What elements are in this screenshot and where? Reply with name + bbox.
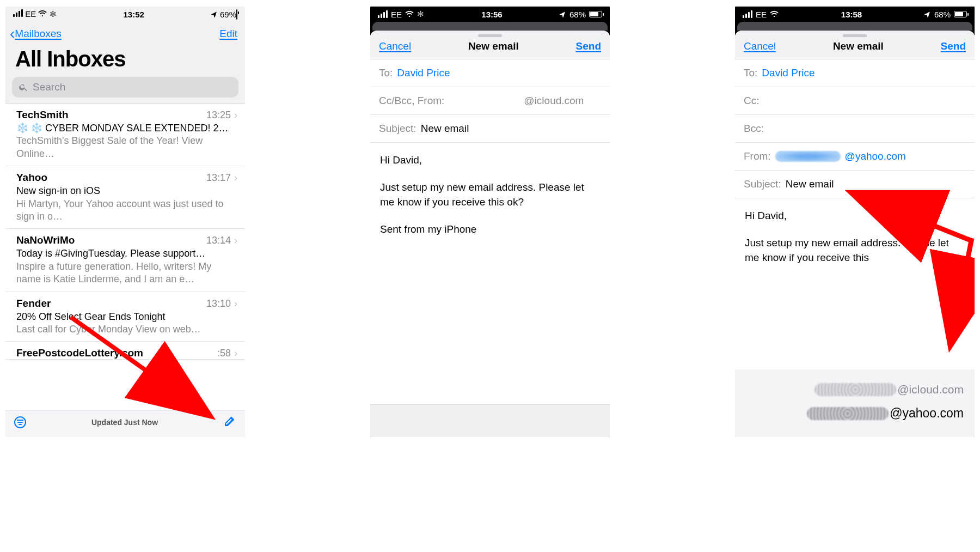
body-line: Sent from my iPhone xyxy=(380,222,600,237)
carrier-label: EE xyxy=(25,9,36,19)
email-time: 13:14 xyxy=(206,235,231,246)
to-value: David Price xyxy=(397,67,450,79)
redacted-from-user xyxy=(775,151,841,162)
from-domain: @icloud.com xyxy=(524,95,584,107)
ccbcc-label: Cc/Bcc, From: xyxy=(379,95,444,107)
from-option-yahoo[interactable]: @yahoo.com xyxy=(807,406,964,421)
email-sender: Fender xyxy=(16,298,51,310)
to-label: To: xyxy=(744,67,757,79)
option-domain: @yahoo.com xyxy=(890,406,964,421)
from-options-panel: @icloud.com @yahoo.com xyxy=(735,369,975,437)
email-subject: Today is #GivingTuesday. Please support… xyxy=(16,247,237,260)
email-subject: 20% Off Select Gear Ends Tonight xyxy=(16,311,237,323)
cancel-button[interactable]: Cancel xyxy=(744,40,776,52)
email-time: 13:25 xyxy=(206,110,231,121)
email-row[interactable]: Yahoo 13:17› New sign-in on iOS Hi Marty… xyxy=(5,166,245,229)
to-label: To: xyxy=(379,67,393,79)
subject-value: New email xyxy=(421,123,469,135)
subject-label: Subject: xyxy=(379,123,416,135)
filter-icon[interactable] xyxy=(14,416,26,428)
email-row[interactable]: TechSmith 13:25 › ❄️❄️ CYBER MONDAY SALE… xyxy=(5,104,245,166)
chevron-right-icon: › xyxy=(234,235,237,246)
sheet-backdrop xyxy=(372,22,608,31)
loading-spinner-icon: ✻ xyxy=(417,9,424,19)
redacted-from-user xyxy=(449,95,519,106)
email-preview: Last call for Cyber Monday View on web… xyxy=(16,323,237,336)
battery-label: 69% xyxy=(220,10,236,19)
email-time: 13:10 xyxy=(206,298,231,310)
subject-field[interactable]: Subject: New email xyxy=(735,171,975,198)
battery-label: 68% xyxy=(934,10,951,19)
navigation-arrow-icon xyxy=(560,10,566,19)
carrier-label: EE xyxy=(391,10,402,19)
screen-compose-expanded: EE 13:58 68% Cancel New email Send xyxy=(735,7,975,437)
cc-field[interactable]: Cc: xyxy=(735,87,975,115)
wifi-icon xyxy=(405,10,414,19)
email-sender: FreePostcodeLottery.com xyxy=(16,347,143,359)
email-sender: Yahoo xyxy=(16,172,47,184)
body-line: Hi David, xyxy=(380,153,600,168)
subject-value: New email xyxy=(786,178,834,190)
ccbcc-from-field[interactable]: Cc/Bcc, From: @icloud.com xyxy=(370,87,610,115)
compose-nav: Cancel New email Send xyxy=(370,38,610,59)
edit-button[interactable]: Edit xyxy=(219,28,237,40)
email-body[interactable]: Hi David, Just setup my new email addres… xyxy=(370,143,610,404)
compose-icon[interactable] xyxy=(223,415,236,429)
send-button[interactable]: Send xyxy=(941,40,966,52)
search-input[interactable]: Search xyxy=(12,77,238,98)
subject-label: Subject: xyxy=(744,178,781,190)
email-sender: NaNoWriMo xyxy=(16,234,75,246)
battery-icon xyxy=(236,9,237,20)
keyboard-placeholder xyxy=(370,404,610,437)
status-bar: EE ✻ 13:56 68% xyxy=(370,7,610,22)
signal-bars-icon xyxy=(378,10,388,18)
email-row[interactable]: NaNoWriMo 13:14› Today is #GivingTuesday… xyxy=(5,229,245,292)
redacted-option-user xyxy=(814,383,896,396)
grabber-handle[interactable] xyxy=(843,34,867,37)
sheet-backdrop xyxy=(737,22,972,31)
body-line: Just setup my new email address. Please … xyxy=(380,180,600,210)
email-row[interactable]: FreePostcodeLottery.com :58› xyxy=(5,342,245,360)
body-line: Just setup my new email address. Please … xyxy=(745,235,965,265)
redacted-option-user xyxy=(807,407,889,420)
email-subject: New sign-in on iOS xyxy=(16,185,237,197)
send-button[interactable]: Send xyxy=(576,40,601,52)
grabber-handle[interactable] xyxy=(478,34,502,37)
chevron-right-icon: › xyxy=(234,298,237,310)
chevron-left-icon[interactable]: ‹ xyxy=(10,26,15,41)
bcc-field[interactable]: Bcc: xyxy=(735,115,975,143)
toolbar-footer: Updated Just Now xyxy=(5,410,245,437)
to-field[interactable]: To: David Price xyxy=(735,59,975,87)
compose-title: New email xyxy=(468,40,519,52)
to-field[interactable]: To: David Price xyxy=(370,59,610,87)
from-field[interactable]: From: @yahoo.com xyxy=(735,143,975,171)
carrier-label: EE xyxy=(756,10,767,19)
to-value: David Price xyxy=(762,67,814,79)
cancel-button[interactable]: Cancel xyxy=(379,40,411,52)
battery-icon xyxy=(589,11,602,17)
email-list[interactable]: TechSmith 13:25 › ❄️❄️ CYBER MONDAY SALE… xyxy=(5,103,245,410)
email-preview: Inspire a future generation. Hello, writ… xyxy=(16,260,237,286)
subject-field[interactable]: Subject: New email xyxy=(370,115,610,143)
signal-bars-icon xyxy=(13,9,23,17)
battery-icon xyxy=(954,11,967,17)
wifi-icon xyxy=(770,10,779,19)
body-line: Hi David, xyxy=(745,208,965,223)
from-label: From: xyxy=(744,150,771,162)
email-sender: TechSmith xyxy=(16,109,69,121)
email-preview: TechSmith's Biggest Sale of the Year! Vi… xyxy=(16,135,237,160)
email-row[interactable]: Fender 13:10› 20% Off Select Gear Ends T… xyxy=(5,292,245,342)
email-time: :58 xyxy=(217,348,231,359)
from-option-icloud[interactable]: @icloud.com xyxy=(814,383,964,396)
nav-bar: ‹ Mailboxes Edit xyxy=(5,22,245,41)
email-body[interactable]: Hi David, Just setup my new email addres… xyxy=(735,198,975,369)
status-bar: EE ✻ 13:52 69% xyxy=(5,7,245,22)
status-time: 13:52 xyxy=(123,10,144,19)
update-status: Updated Just Now xyxy=(91,418,158,427)
email-preview: Hi Martyn, Your Yahoo account was just u… xyxy=(16,198,237,223)
mailboxes-back-link[interactable]: Mailboxes xyxy=(15,28,62,40)
navigation-arrow-icon xyxy=(924,10,931,19)
screen-inbox: EE ✻ 13:52 69% ‹ Mailboxes Edit A xyxy=(5,7,245,437)
page-title: All Inboxes xyxy=(5,41,245,75)
from-domain: @yahoo.com xyxy=(845,150,906,162)
